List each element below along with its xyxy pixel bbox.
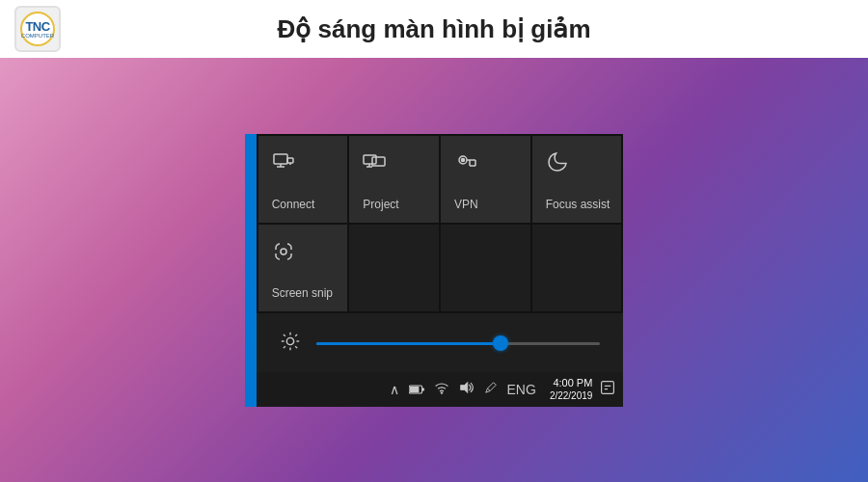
- tiles-row1: Connect Project: [257, 134, 624, 225]
- vpn-label: VPN: [454, 198, 519, 211]
- focus-assist-label: Focus assist: [546, 198, 610, 211]
- connect-label: Connect: [272, 198, 337, 211]
- tile-focus-assist[interactable]: Focus assist: [532, 136, 622, 223]
- project-icon: [363, 151, 427, 184]
- screen-snip-label: Screen snip: [272, 286, 337, 300]
- tile-empty-1: [349, 225, 439, 311]
- tile-project[interactable]: Project: [349, 136, 439, 223]
- header: TNC COMPUTER Độ sáng màn hình bị giảm: [0, 0, 868, 58]
- logo-computer-text: COMPUTER: [21, 33, 54, 39]
- screen-snip-icon: [272, 240, 337, 273]
- panel-body: Connect Project: [257, 134, 624, 407]
- svg-rect-31: [602, 382, 614, 394]
- brightness-slider-track[interactable]: [316, 342, 601, 345]
- svg-point-15: [281, 249, 286, 254]
- brightness-slider-thumb[interactable]: [493, 335, 508, 351]
- taskbar: ∧: [257, 372, 624, 407]
- svg-line-22: [295, 346, 297, 348]
- svg-point-14: [462, 158, 465, 161]
- language-label[interactable]: ENG: [507, 382, 536, 397]
- svg-marker-29: [460, 382, 467, 392]
- blue-sidebar-bar: [245, 134, 257, 407]
- tile-empty-3: [532, 225, 622, 311]
- focus-assist-icon: [546, 151, 610, 184]
- page-title: Độ sáng màn hình bị giảm: [277, 14, 590, 44]
- volume-icon[interactable]: [459, 381, 475, 397]
- battery-icon[interactable]: [409, 382, 424, 397]
- taskbar-date: 2/22/2019: [550, 389, 593, 402]
- connect-icon: [272, 151, 337, 184]
- logo: TNC COMPUTER: [14, 6, 61, 52]
- svg-line-23: [283, 346, 285, 348]
- tile-connect[interactable]: Connect: [258, 136, 348, 223]
- logo-tnc-text: TNC: [21, 20, 54, 33]
- brightness-icon: [280, 331, 301, 357]
- tile-vpn[interactable]: VPN: [441, 136, 530, 223]
- wifi-icon[interactable]: [434, 381, 449, 397]
- chevron-up-icon[interactable]: ∧: [390, 382, 399, 397]
- svg-line-30: [487, 388, 490, 391]
- pen-icon[interactable]: [484, 381, 498, 397]
- svg-line-24: [295, 334, 297, 335]
- tile-screen-snip[interactable]: Screen snip: [258, 225, 348, 311]
- svg-rect-27: [421, 388, 423, 390]
- vpn-icon: [454, 151, 519, 184]
- taskbar-time: 4:00 PM: [550, 376, 593, 389]
- tiles-row2: Screen snip: [257, 225, 624, 313]
- project-label: Project: [363, 198, 427, 211]
- brightness-area: [257, 313, 624, 372]
- tile-empty-2: [441, 225, 530, 311]
- taskbar-system-icons: ∧: [390, 381, 536, 397]
- svg-point-16: [286, 337, 293, 344]
- svg-point-28: [440, 391, 442, 393]
- svg-rect-26: [409, 386, 419, 391]
- taskbar-clock[interactable]: 4:00 PM 2/22/2019: [550, 376, 593, 402]
- brightness-slider-fill: [316, 342, 502, 345]
- svg-line-21: [283, 334, 285, 335]
- main-content: Connect Project: [0, 58, 868, 482]
- svg-rect-3: [287, 158, 293, 163]
- notification-center-icon[interactable]: [600, 380, 615, 398]
- notification-panel: Connect Project: [245, 134, 624, 407]
- svg-rect-0: [274, 154, 287, 164]
